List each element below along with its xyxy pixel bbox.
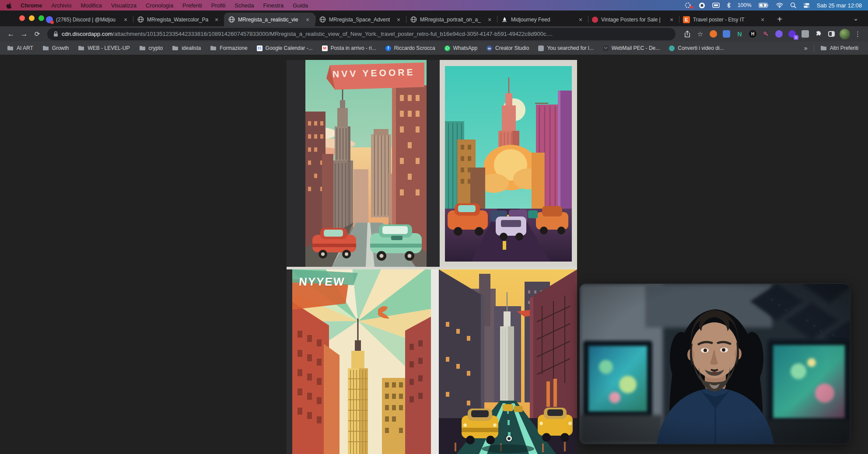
- url-path: /attachments/1013512335442333816/1089142…: [112, 31, 553, 37]
- close-icon[interactable]: ×: [213, 16, 220, 23]
- tab-midjourney-feed[interactable]: Midjourney Feed ×: [497, 13, 588, 26]
- poster-title-bottom-left: NYYEW: [298, 275, 346, 289]
- close-icon[interactable]: ×: [668, 16, 675, 23]
- record-stop-icon[interactable]: [699, 2, 705, 9]
- menu-item-chrome[interactable]: Chrome: [21, 2, 42, 9]
- extension-purple-circle-icon[interactable]: [773, 28, 785, 40]
- globe-favicon: [319, 16, 326, 23]
- red-dot-favicon: [592, 17, 598, 23]
- close-icon[interactable]: ×: [759, 16, 766, 23]
- chrome-menu-dots-icon[interactable]: ⋮: [852, 28, 864, 40]
- menu-item-scheda[interactable]: Scheda: [234, 2, 254, 9]
- menu-bar-clock[interactable]: Sab 25 mar 12:08: [817, 2, 862, 9]
- screen-recording-icon[interactable]: [685, 2, 692, 8]
- back-button[interactable]: ←: [4, 28, 18, 40]
- bookmark-folder-idealista[interactable]: idealista: [172, 45, 201, 51]
- close-icon[interactable]: ×: [395, 16, 402, 23]
- extension-grid-icon[interactable]: [799, 28, 811, 40]
- close-icon[interactable]: ×: [577, 16, 584, 23]
- bookmark-other-favorites[interactable]: Altri Preferiti: [820, 45, 858, 51]
- folder-icon: [820, 45, 827, 51]
- menu-item-guida[interactable]: Guida: [293, 2, 308, 9]
- divider: [814, 45, 814, 52]
- extension-purple-badge-icon[interactable]: 6: [786, 28, 798, 40]
- bookmark-you-searched[interactable]: You searched for l...: [538, 45, 593, 51]
- tab-realistic-view-active[interactable]: MRregista_a_realistic_vie ×: [224, 13, 315, 26]
- macos-menu-bar: Chrome Archivio Modifica Visualizza Cron…: [0, 0, 868, 10]
- menu-item-profili[interactable]: Profili: [211, 2, 226, 9]
- side-panel-icon[interactable]: [826, 28, 837, 40]
- tab-discord[interactable]: (2765) Discord | @Midjou ×: [42, 13, 133, 26]
- poster-image-bottom-left: [292, 269, 431, 454]
- extension-key-icon[interactable]: [760, 28, 772, 40]
- close-icon[interactable]: ×: [486, 16, 493, 23]
- bookmark-creator-studio[interactable]: ∞ Creator Studio: [486, 45, 529, 51]
- new-tab-button[interactable]: +: [774, 13, 786, 25]
- bookmark-converti-video[interactable]: Converti i video di...: [669, 45, 724, 51]
- extension-blue-icon[interactable]: [721, 28, 732, 40]
- bookmark-folder-crypto[interactable]: crypto: [139, 45, 163, 51]
- extension-h-icon[interactable]: H: [747, 28, 759, 40]
- folder-icon: [78, 45, 84, 51]
- menu-item-cronologia[interactable]: Cronologia: [146, 2, 173, 9]
- bookmark-folder-ai-art[interactable]: AI ART: [7, 45, 33, 51]
- extensions-puzzle-icon[interactable]: [812, 28, 824, 40]
- bookmark-folder-web-level-up[interactable]: WEB - LEVEL-UP: [78, 45, 130, 51]
- menu-item-visualizza[interactable]: Visualizza: [111, 2, 136, 9]
- display-icon[interactable]: [712, 3, 720, 8]
- tab-portrait[interactable]: MRregista_portrait_on_a_ ×: [406, 13, 497, 26]
- bookmark-google-calendar[interactable]: 31 Google Calendar -...: [257, 45, 313, 51]
- share-icon[interactable]: [681, 28, 693, 40]
- bookmark-facebook-profile[interactable]: f Riccardo Scrocca: [385, 45, 435, 51]
- control-center-icon[interactable]: [803, 3, 810, 8]
- extension-notion-icon[interactable]: N: [734, 28, 746, 40]
- menu-item-preferiti[interactable]: Preferiti: [182, 2, 202, 9]
- spotlight-search-icon[interactable]: [790, 2, 796, 8]
- reload-button[interactable]: ⟳: [31, 28, 44, 40]
- midjourney-image-grid: NVV YEOORE: [287, 60, 577, 454]
- menu-item-modifica[interactable]: Modifica: [80, 2, 102, 9]
- folder-icon: [139, 45, 146, 51]
- apple-logo-icon[interactable]: [6, 2, 13, 9]
- address-bar[interactable]: cdn.discordapp.com/attachments/101351233…: [47, 28, 676, 40]
- bookmarks-overflow-icon[interactable]: »: [804, 45, 808, 52]
- bookmark-folder-growth[interactable]: Growth: [42, 45, 69, 51]
- etsy-favicon: E: [683, 16, 690, 23]
- minimize-window-button[interactable]: [29, 15, 35, 21]
- poster-image-bottom-right: [439, 269, 577, 454]
- meta-icon: ∞: [486, 45, 492, 51]
- wifi-icon[interactable]: [776, 3, 783, 8]
- globe-favicon: [228, 16, 235, 23]
- profile-avatar[interactable]: [839, 28, 850, 40]
- tab-etsy[interactable]: E Travel poster - Etsy IT ×: [679, 13, 770, 26]
- tab-vintage-posters[interactable]: Vintage Posters for Sale | ×: [588, 13, 679, 26]
- close-icon[interactable]: ×: [122, 16, 129, 23]
- close-icon[interactable]: ×: [304, 16, 311, 23]
- bookmark-star-icon[interactable]: ☆: [694, 28, 706, 40]
- folder-icon: [172, 45, 178, 51]
- bookmark-folder-formazione[interactable]: Formazione: [210, 45, 247, 51]
- poster-image-top-left: [305, 60, 427, 267]
- battery-icon[interactable]: [759, 3, 769, 8]
- forward-button[interactable]: →: [18, 28, 31, 40]
- menu-item-finestra[interactable]: Finestra: [263, 2, 284, 9]
- tab-space-adventure[interactable]: MRregista_Space_Advent ×: [315, 13, 406, 26]
- bookmark-webmail-pec[interactable]: WebMail PEC - De...: [603, 45, 660, 51]
- facebook-icon: f: [385, 45, 391, 51]
- tab-watercolor[interactable]: MRregista_Watercolor_Pa ×: [133, 13, 224, 26]
- url-domain: cdn.discordapp.com: [62, 31, 112, 37]
- bluetooth-icon[interactable]: [727, 2, 731, 8]
- globe-favicon: [410, 16, 417, 23]
- folder-icon: [42, 45, 49, 51]
- tab-search-chevron-icon[interactable]: ⌄: [853, 15, 858, 22]
- window-controls: [19, 15, 44, 21]
- extension-orange-icon[interactable]: [707, 28, 719, 40]
- lock-icon[interactable]: [53, 31, 58, 37]
- discord-favicon: [46, 16, 53, 23]
- sail-favicon: [501, 16, 508, 23]
- bookmark-gmail-inbox[interactable]: M Posta in arrivo - ri...: [322, 45, 376, 51]
- menu-item-archivio[interactable]: Archivio: [51, 2, 71, 9]
- bookmarks-bar: AI ART Growth WEB - LEVEL-UP crypto idea…: [0, 42, 868, 55]
- bookmark-whatsapp[interactable]: WhatsApp: [444, 45, 477, 51]
- close-window-button[interactable]: [19, 15, 25, 21]
